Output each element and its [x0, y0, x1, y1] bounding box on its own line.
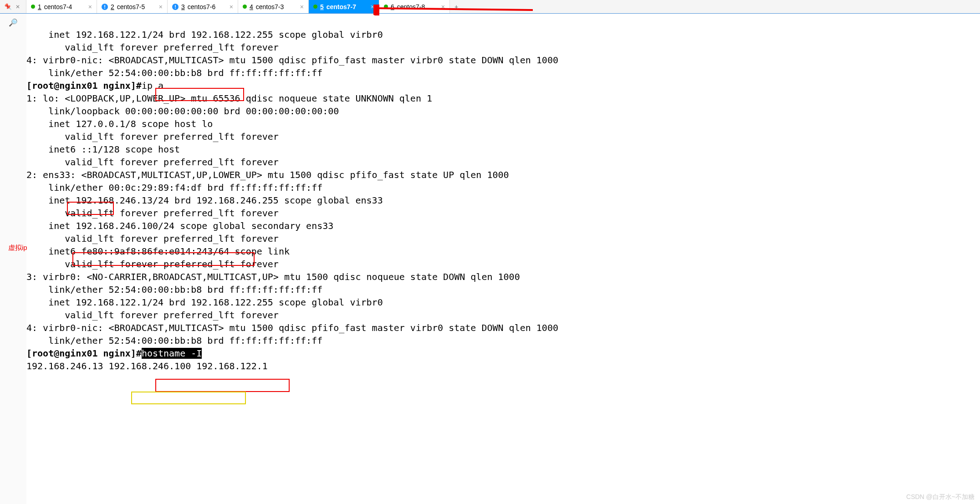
- annotation-box-ipcmd: [155, 88, 244, 101]
- status-dot-icon: [384, 5, 388, 9]
- output-line: valid_lft forever preferred_lft forever: [26, 42, 279, 53]
- output-line: inet 127.0.0.1/8 scope host lo: [26, 118, 213, 129]
- close-all-icon[interactable]: ✕: [15, 4, 20, 10]
- output-line: inet6 ::1/128 scope host: [26, 144, 185, 155]
- output-line: 4: virbr0-nic: <BROADCAST,MULTICAST> mtu…: [26, 55, 558, 66]
- tab-index: 2: [111, 3, 114, 10]
- command-text: hostname -I: [142, 348, 202, 359]
- alert-icon: !: [102, 4, 108, 10]
- tab-bar: 📌 ✕ 1 centos7-4 × ! 2 centos7-5 × ! 3 ce…: [0, 0, 980, 14]
- close-icon[interactable]: ×: [300, 3, 304, 10]
- tab-label: centos7-5: [117, 3, 145, 10]
- search-icon[interactable]: 🔍: [9, 18, 18, 27]
- output-line: link/ether 52:54:00:00:bb:b8 brd ff:ff:f…: [26, 335, 322, 346]
- close-icon[interactable]: ×: [441, 3, 445, 10]
- annotation-box-result: [131, 392, 246, 404]
- output-line: 4: virbr0-nic: <BROADCAST,MULTICAST> mtu…: [26, 322, 558, 333]
- output-line: valid_lft forever preferred_lft forever: [26, 233, 279, 244]
- close-icon[interactable]: ×: [88, 3, 92, 10]
- output-line: link/ether 52:54:00:00:bb:b8 brd ff:ff:f…: [26, 284, 322, 295]
- tab-4[interactable]: 4 centos7-3 ×: [238, 0, 309, 13]
- tab-label: centos7-7: [327, 3, 356, 10]
- close-icon[interactable]: ×: [371, 3, 374, 10]
- pin-area: 📌 ✕: [0, 0, 26, 13]
- tab-index: 3: [181, 3, 185, 10]
- tab-5-active[interactable]: 5 centos7-7 ×: [309, 0, 379, 13]
- output-line: valid_lft forever preferred_lft forever: [26, 131, 279, 142]
- tab-index: 5: [320, 3, 324, 10]
- tab-3[interactable]: ! 3 centos7-6 ×: [168, 0, 238, 13]
- tab-1[interactable]: 1 centos7-4 ×: [26, 0, 97, 13]
- output-line: link/loopback 00:00:00:00:00:00 brd 00:0…: [26, 106, 339, 117]
- shell-prompt: [root@nginx01 nginx]#: [26, 348, 142, 359]
- annotation-box-ens33: [67, 202, 114, 215]
- tab-2[interactable]: ! 2 centos7-5 ×: [97, 0, 168, 13]
- pin-icon[interactable]: 📌: [5, 3, 12, 10]
- output-line: 192.168.246.13 192.168.246.100 192.168.1…: [26, 361, 273, 372]
- output-line: link/ether 00:0c:29:89:f4:df brd ff:ff:f…: [26, 182, 322, 193]
- watermark: CSDN @白开水~不加糖: [906, 493, 975, 501]
- shell-prompt: [root@nginx01 nginx]#: [26, 80, 142, 91]
- output-line: inet 192.168.246.100/24 scope global sec…: [26, 220, 333, 231]
- output-line: valid_lft forever preferred_lft forever: [26, 310, 279, 321]
- status-dot-icon: [243, 5, 247, 9]
- terminal-output[interactable]: inet 192.168.122.1/24 brd 192.168.122.25…: [26, 14, 980, 436]
- output-line: inet 192.168.122.1/24 brd 192.168.122.25…: [26, 297, 383, 308]
- new-tab-button[interactable]: +: [450, 0, 463, 13]
- annotation-box-vip: [72, 252, 255, 266]
- output-line: 2: ens33: <BROADCAST,MULTICAST,UP,LOWER_…: [26, 169, 509, 180]
- close-icon[interactable]: ×: [159, 3, 163, 10]
- tab-label: centos7-4: [44, 3, 72, 10]
- tab-label: centos7-8: [397, 3, 425, 10]
- sidebar: 🔍: [0, 14, 26, 504]
- output-line: link/ether 52:54:00:00:bb:b8 brd ff:ff:f…: [26, 67, 322, 78]
- tab-label: centos7-6: [188, 3, 215, 10]
- annotation-label: 虚拟ip: [8, 244, 27, 252]
- close-icon[interactable]: ×: [230, 3, 233, 10]
- status-dot-icon: [31, 5, 35, 9]
- tab-index: 4: [250, 3, 253, 10]
- output-line: valid_lft forever preferred_lft forever: [26, 157, 279, 168]
- output-line: 3: virbr0: <NO-CARRIER,BROADCAST,MULTICA…: [26, 271, 520, 282]
- alert-icon: !: [172, 4, 179, 10]
- tab-label: centos7-3: [256, 3, 284, 10]
- tab-6[interactable]: 6 centos7-8 ×: [379, 0, 450, 13]
- tab-index: 1: [38, 3, 41, 10]
- tab-index: 6: [391, 3, 394, 10]
- output-line: valid_lft forever preferred_lft forever: [26, 208, 279, 219]
- output-line: inet 192.168.122.1/24 brd 192.168.122.25…: [26, 29, 383, 40]
- annotation-box-hostname: [155, 379, 290, 392]
- status-dot-icon: [313, 5, 317, 9]
